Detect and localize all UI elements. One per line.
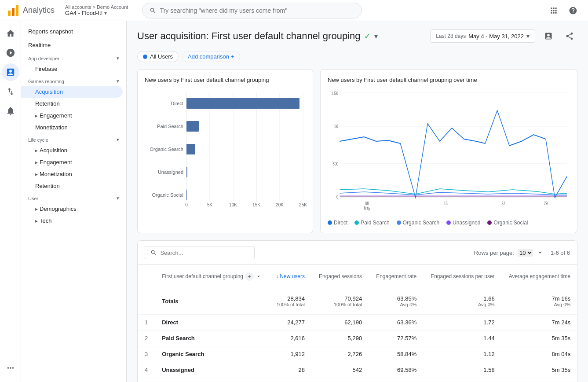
row-channel: Unassigned <box>155 362 269 378</box>
comparison-row: All Users Add comparison + <box>137 51 577 62</box>
table-toolbar: Rows per page: 10 25 50 1-6 of 6 <box>138 241 577 265</box>
col-channel[interactable]: First user default channel grouping + <box>155 265 269 288</box>
nav-reports[interactable] <box>2 63 19 81</box>
table-row: 1 Direct 24,277 62,190 63.36% 1.72 7m 24… <box>138 315 577 331</box>
svg-text:29: 29 <box>544 201 548 206</box>
col-avg-engagement[interactable]: Average engagement time <box>502 265 577 288</box>
grid-menu-button[interactable] <box>546 3 562 18</box>
row-engaged-sessions: 5,290 <box>312 331 369 346</box>
row-engaged-sessions: 542 <box>312 362 369 378</box>
row-engaged-per-user: 1.72 <box>424 315 501 331</box>
account-info: All accounts > Demo Account GA4 - Flood-… <box>65 4 128 16</box>
charts-row: New users by First user default channel … <box>137 69 577 233</box>
svg-text:15: 15 <box>444 201 447 206</box>
svg-text:1K: 1K <box>334 124 339 129</box>
share-btn[interactable] <box>562 28 577 44</box>
date-range-picker[interactable]: Last 28 days May 4 - May 31, 2022 ▾ <box>430 29 535 43</box>
nav-realtime[interactable] <box>2 44 19 62</box>
life-cycle-collapse[interactable]: ▾ <box>117 137 119 143</box>
legend-organic-social: Organic Social <box>487 220 528 226</box>
svg-rect-2 <box>16 5 18 16</box>
nav-advertising[interactable] <box>2 102 19 120</box>
row-channel: Paid Search <box>155 331 269 346</box>
rows-per-page-select[interactable]: 10 25 50 <box>518 249 533 257</box>
table-search[interactable] <box>145 246 255 259</box>
add-comparison-btn[interactable]: Add comparison + <box>182 51 240 62</box>
sidebar-item-lc-engagement[interactable]: ▸ Engagement <box>21 156 123 168</box>
tech-expand-icon: ▸ <box>35 218 38 224</box>
legend-dot-direct <box>328 220 332 225</box>
advertising-icon <box>6 106 15 116</box>
row-engagement-rate: 72.57% <box>369 331 424 346</box>
sidebar-item-monetization[interactable]: Monetization <box>21 121 123 133</box>
page-title-group: User acquisition: First user default cha… <box>137 30 378 42</box>
all-users-pill[interactable]: All Users <box>137 51 179 62</box>
sidebar-item-tech[interactable]: ▸ Tech <box>21 215 123 227</box>
sidebar-item-demographics[interactable]: ▸ Demographics <box>21 203 123 215</box>
sidebar-item-lc-acquisition[interactable]: ▸ Acquisition <box>21 144 123 156</box>
account-path: All accounts > Demo Account <box>65 4 128 10</box>
sidebar-item-lc-retention[interactable]: Retention <box>21 180 123 192</box>
sidebar-item-engagement[interactable]: ▸ Engagement <box>21 110 123 121</box>
svg-text:Direct: Direct <box>171 101 183 106</box>
search-icon <box>150 7 156 14</box>
lc-acquisition-expand-icon: ▸ <box>35 147 38 154</box>
sidebar-item-retention[interactable]: Retention <box>21 98 123 110</box>
table-row: 3 Organic Search 1,912 2,726 58.84% 1.12… <box>138 346 577 362</box>
row-engagement-rate: 63.36% <box>369 315 424 331</box>
row-avg-engagement: 5m 35s <box>502 362 577 378</box>
sidebar-item-lc-monetization[interactable]: ▸ Monetization <box>21 168 123 180</box>
svg-text:5K: 5K <box>207 202 213 207</box>
nav-home[interactable] <box>2 25 19 42</box>
analytics-logo-icon <box>7 4 19 17</box>
sidebar-item-acquisition[interactable]: Acquisition <box>21 86 123 98</box>
sidebar-item-reports-snapshot[interactable]: Reports snapshot <box>21 25 123 38</box>
row-avg-engagement: 7m 24s <box>502 315 577 331</box>
col-engaged-per-user[interactable]: Engaged sessions per user <box>424 265 501 288</box>
row-engagement-rate: 58.84% <box>369 346 424 362</box>
row-channel: Organic Social <box>155 378 269 382</box>
table-search-input[interactable] <box>160 250 249 256</box>
row-rank: 1 <box>138 315 155 331</box>
row-new-users: 28 <box>269 362 312 378</box>
sidebar-item-realtime[interactable]: Realtime <box>21 38 123 52</box>
svg-text:25K: 25K <box>299 202 307 207</box>
add-icon: + <box>231 53 234 60</box>
property-selector[interactable]: GA4 - Flood-It! ▾ <box>65 10 128 16</box>
report-settings-btn[interactable] <box>541 28 556 44</box>
row-rank: 3 <box>138 346 155 362</box>
col-engagement-rate[interactable]: Engagement rate <box>369 265 424 288</box>
app-developer-collapse[interactable]: ▾ <box>117 55 119 61</box>
topbar-right <box>546 3 581 18</box>
search-bar[interactable] <box>142 3 362 18</box>
row-new-users: 1,912 <box>269 346 312 362</box>
games-reporting-collapse[interactable]: ▾ <box>117 78 119 84</box>
page-title: User acquisition: First user default cha… <box>137 30 361 42</box>
help-button[interactable] <box>565 3 581 18</box>
search-input[interactable] <box>160 7 355 14</box>
user-collapse[interactable]: ▾ <box>117 195 119 201</box>
add-dimension-btn[interactable]: + <box>245 272 254 281</box>
topbar: Analytics All accounts > Demo Account GA… <box>0 0 588 21</box>
nav-more-btn[interactable] <box>2 359 19 377</box>
row-engaged-sessions: 0 <box>312 378 369 382</box>
nav-explore[interactable] <box>2 83 19 100</box>
row-rank: 5 <box>138 378 155 382</box>
row-channel: Direct <box>155 315 269 331</box>
svg-text:0: 0 <box>336 194 338 200</box>
sidebar-item-firebase[interactable]: Firebase <box>21 63 123 75</box>
realtime-icon <box>6 48 15 58</box>
title-dropdown-btn[interactable]: ▾ <box>374 32 378 40</box>
legend-paid-search: Paid Search <box>354 220 389 226</box>
rows-per-page-label: Rows per page: <box>474 250 514 256</box>
row-engaged-per-user: 0.00 <box>424 378 501 382</box>
demographics-expand-icon: ▸ <box>35 206 38 212</box>
row-new-users: 24,277 <box>269 315 312 331</box>
svg-text:15K: 15K <box>252 202 260 207</box>
more-vert-icon <box>6 363 15 373</box>
help-icon <box>569 6 577 15</box>
sidebar-section-user: User ▾ <box>21 192 126 203</box>
col-new-users[interactable]: ↓ New users <box>269 265 312 288</box>
svg-text:500: 500 <box>332 161 338 167</box>
col-engaged-sessions[interactable]: Engaged sessions <box>312 265 369 288</box>
